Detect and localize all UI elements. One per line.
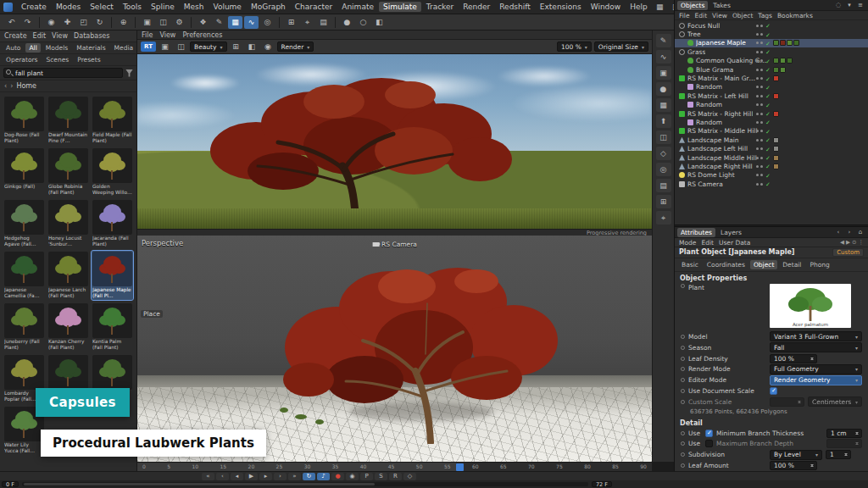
layout-icon[interactable]: ▦ — [653, 1, 667, 14]
editor-visibility-dot[interactable] — [756, 113, 759, 115]
back-icon[interactable]: ‹ — [4, 82, 7, 90]
editor-visibility-dot[interactable] — [756, 130, 759, 132]
anim-dot[interactable] — [681, 389, 685, 393]
tag-swatch[interactable] — [773, 155, 779, 161]
editor-visibility-dot[interactable] — [756, 33, 759, 36]
tag-swatch[interactable] — [773, 164, 779, 169]
menu-item[interactable]: Extensions — [536, 2, 586, 12]
enable-check-icon[interactable] — [765, 47, 771, 56]
asset-tab[interactable]: Materials — [73, 43, 108, 53]
enable-check-icon[interactable] — [765, 92, 771, 100]
render-visibility-dot[interactable] — [760, 42, 763, 44]
menu-item[interactable]: Window — [587, 2, 626, 12]
rt-toggle-button[interactable]: RT — [141, 42, 156, 52]
redo-icon[interactable]: ↷ — [20, 16, 35, 29]
menu-item[interactable]: Help — [626, 2, 652, 12]
editor-visibility-dot[interactable] — [756, 95, 759, 97]
model-dropdown[interactable]: Variant 3 Full-Grown — [770, 331, 862, 341]
separator[interactable] — [111, 17, 112, 28]
menu-item[interactable]: Modes — [52, 2, 85, 12]
render-visibility-dot[interactable] — [760, 59, 763, 62]
menu-item[interactable]: Tools — [119, 2, 146, 12]
autokey-button[interactable]: ◉ — [346, 473, 359, 480]
plant-kentia-palm[interactable]: Kentia Palm (Fall Plant) — [92, 302, 133, 352]
enable-check-icon[interactable] — [765, 180, 771, 188]
render-visibility-dot[interactable] — [760, 165, 763, 168]
enable-check-icon[interactable] — [765, 30, 771, 39]
min-branch-field[interactable]: 1 cm — [826, 429, 862, 438]
om-menu-item[interactable]: Bookmarks — [777, 12, 813, 19]
anim-dot[interactable] — [681, 452, 685, 457]
plant-preview-thumbnail[interactable]: Acer palmatum — [770, 284, 851, 328]
uv-icon[interactable]: ⊞ — [656, 195, 671, 208]
asset-tab[interactable]: All — [25, 43, 40, 53]
enable-check-icon[interactable] — [765, 101, 771, 109]
search-input[interactable] — [3, 68, 123, 78]
asset-subtab[interactable]: Scenes — [42, 55, 72, 64]
plant-hedgehog-agave[interactable]: Hedgehog Agave (Fall… — [3, 199, 45, 248]
attr-prev-icon[interactable]: ◀ — [840, 239, 844, 246]
panel-tab[interactable]: Objects — [677, 1, 708, 10]
prev-frame-button[interactable]: ◂ — [231, 473, 243, 480]
tag-swatch[interactable] — [780, 40, 786, 46]
editor-visibility-dot[interactable] — [756, 139, 759, 141]
object-row[interactable]: RS Camera — [675, 180, 868, 188]
size-mode-dropdown[interactable]: Original Size — [594, 42, 648, 52]
om-menu-item[interactable]: File — [679, 12, 690, 19]
menu-item[interactable]: Simulate — [379, 2, 421, 12]
anim-dot[interactable] — [681, 441, 685, 446]
modeling-icon[interactable]: ❖ — [196, 16, 210, 29]
field-object-icon[interactable]: ◎ — [656, 163, 671, 176]
render-view-icon[interactable]: ▣ — [140, 16, 154, 29]
deformer-icon[interactable]: ◇ — [656, 147, 671, 160]
render-view-menu-item[interactable]: File — [142, 31, 153, 39]
anim-dot[interactable] — [681, 378, 685, 382]
menu-item[interactable]: Select — [86, 2, 118, 12]
plant-globe-robinia[interactable]: Globe Robinia (Fall Plant) — [47, 147, 89, 197]
region-icon[interactable]: ◧ — [245, 41, 259, 53]
editor-visibility-dot[interactable] — [756, 165, 759, 168]
coordinate-system-icon[interactable]: ⊕ — [116, 16, 131, 29]
editor-visibility-dot[interactable] — [756, 174, 759, 176]
enable-check-icon[interactable] — [765, 109, 771, 118]
cube-primitive-icon[interactable]: ▣ — [656, 66, 671, 80]
aov-dropdown[interactable]: Beauty — [190, 42, 227, 52]
object-row[interactable]: RS Matrix - Left Hill — [675, 92, 868, 100]
lock-camera-icon[interactable]: ◉ — [261, 41, 275, 53]
loop-button[interactable]: ↻ — [303, 473, 315, 480]
menu-item[interactable]: Tracker — [422, 2, 458, 12]
asset-menu-item[interactable]: Databases — [74, 32, 109, 40]
editor-visibility-dot[interactable] — [756, 121, 759, 124]
attr-home-icon[interactable]: ⌂ — [855, 228, 865, 237]
render-view-menu-item[interactable]: Preferences — [182, 31, 222, 39]
breadcrumb-home[interactable]: Home — [16, 82, 36, 90]
menu-item[interactable]: Redshift — [495, 2, 535, 12]
om-search-icon[interactable]: ◌ — [833, 1, 843, 10]
plant-ginkgo[interactable]: Ginkgo (Fall) — [3, 147, 45, 197]
attribute-tab-chip[interactable]: Coordinates — [704, 260, 748, 269]
enable-check-icon[interactable] — [765, 57, 771, 65]
menu-item[interactable]: Volume — [209, 2, 245, 12]
field-icon[interactable]: ◎ — [260, 16, 275, 29]
anim-dot[interactable] — [681, 400, 685, 404]
enable-check-icon[interactable] — [765, 127, 771, 136]
render-visibility-dot[interactable] — [760, 77, 763, 80]
camera-icon[interactable]: ◧ — [372, 16, 387, 29]
attribute-tab-chip[interactable]: Basic — [678, 260, 702, 269]
plant-golden-weeping-willow[interactable]: Golden Weeping Willo… — [92, 147, 133, 197]
tag-swatch[interactable] — [793, 40, 799, 46]
enable-check-icon[interactable] — [765, 75, 771, 83]
tag-swatch[interactable] — [773, 67, 779, 73]
custom-scale-field[interactable] — [770, 397, 804, 407]
range-end-field[interactable]: 72 F — [592, 481, 612, 487]
playhead[interactable] — [456, 463, 464, 471]
object-row[interactable]: RS Dome Light — [675, 171, 868, 180]
enable-check-icon[interactable] — [765, 145, 771, 153]
om-filter-icon[interactable]: ▾ — [844, 1, 854, 10]
snap-icon[interactable]: ⊞ — [284, 16, 298, 29]
menu-item[interactable]: Animate — [337, 2, 378, 12]
tag-swatch[interactable] — [773, 111, 779, 117]
asset-menu-item[interactable]: Edit — [33, 32, 47, 40]
attribute-tab-chip[interactable]: Object — [750, 260, 777, 269]
panel-tab[interactable]: Layers — [717, 228, 745, 237]
